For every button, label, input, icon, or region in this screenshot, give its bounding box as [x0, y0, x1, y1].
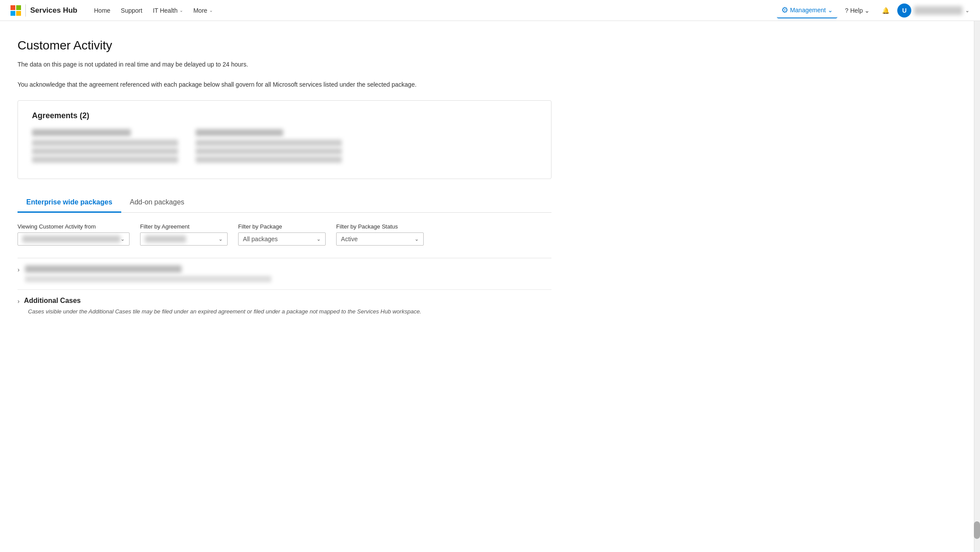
- notifications-btn[interactable]: 🔔: [878, 4, 894, 17]
- filter-package-label: Filter by Package: [238, 223, 326, 230]
- user-name-blurred: User Name: [914, 6, 962, 15]
- management-chevron: ⌄: [828, 7, 833, 14]
- page-desc1: The data on this page is not updated in …: [18, 60, 551, 69]
- nav-more[interactable]: More ⌄: [189, 4, 217, 17]
- gear-icon: ⚙: [781, 5, 788, 15]
- filter-agreement: Filter by Agreement XXXXXXXXXX ⌄: [140, 223, 228, 246]
- nav-ithealth[interactable]: IT Health ⌄: [148, 4, 187, 17]
- svg-rect-0: [11, 5, 15, 10]
- agreements-title: Agreements (2): [32, 111, 537, 120]
- help-chevron: ⌄: [864, 7, 870, 14]
- additional-cases-header: › Additional Cases: [18, 297, 551, 305]
- agreement-item-2: Customer Premier XXXXXXXX Service Order:…: [196, 129, 342, 165]
- tab-enterprise[interactable]: Enterprise wide packages: [18, 193, 121, 213]
- filter-package-chevron: ⌄: [316, 236, 321, 242]
- logo-area: Services Hub: [11, 4, 77, 17]
- additional-cases-title: Additional Cases: [24, 297, 81, 305]
- package-row-1: › Xxxxxxxxxx Xxxxxxxx Xxxxxxxxxxx Xxxxxx…: [18, 258, 551, 290]
- filter-activity-select[interactable]: XXXXXXXXXXXXXXXXXXXXXXXX ⌄: [18, 232, 130, 246]
- agreement-detail-1b: Effective Date: XX/XX/XXXX: [32, 148, 178, 155]
- tab-addon[interactable]: Add-on packages: [121, 193, 193, 213]
- agreement-detail-2c: Expiry Date: XX/XX/XXXX: [196, 156, 342, 163]
- filter-package: Filter by Package All packages ⌄: [238, 223, 326, 246]
- nav-divider: [25, 4, 26, 17]
- filter-status-value: Active: [341, 236, 358, 243]
- filter-agreement-chevron: ⌄: [218, 236, 223, 242]
- filter-activity-label: Viewing Customer Activity from: [18, 223, 130, 230]
- agreements-card: Agreements (2) Agreement XXXXXXXXXXXXXXX…: [18, 100, 551, 179]
- svg-rect-3: [16, 11, 21, 16]
- filter-agreement-value: XXXXXXXXXX: [145, 236, 186, 243]
- nav-support[interactable]: Support: [116, 4, 147, 17]
- more-chevron: ⌄: [209, 8, 213, 13]
- agreement-detail-2b: Effective Date: XX/XX/XXXX: [196, 148, 342, 155]
- filter-package-value: All packages: [243, 236, 277, 243]
- help-icon: ?: [845, 7, 849, 14]
- filter-agreement-select[interactable]: XXXXXXXXXX ⌄: [140, 232, 228, 246]
- navbar: Services Hub Home Support IT Health ⌄ Mo…: [0, 0, 980, 21]
- agreement-detail-1a: Service Order: XXXXXXXXXX XXXXXXXXXXXXXX…: [32, 140, 178, 146]
- nav-links: Home Support IT Health ⌄ More ⌄: [90, 4, 217, 17]
- agreement-name-1: Agreement XXXXXXXXXXXXXXXX: [32, 129, 131, 136]
- filter-status: Filter by Package Status Active ⌄: [336, 223, 424, 246]
- ithealth-chevron: ⌄: [179, 8, 183, 13]
- management-btn[interactable]: ⚙ Management ⌄: [777, 3, 837, 18]
- user-dropdown-chevron: ⌄: [965, 7, 969, 14]
- package-section: › Xxxxxxxxxx Xxxxxxxx Xxxxxxxxxxx Xxxxxx…: [18, 258, 551, 322]
- agreement-detail-2a: Service Order: XXXXXXXXXX XXXXXXXXXXXXXX…: [196, 140, 342, 146]
- filter-package-select[interactable]: All packages ⌄: [238, 232, 326, 246]
- package-info-1: Xxxxxxxxxx Xxxxxxxx Xxxxxxxxxxx Xxxxxxxx…: [25, 265, 551, 282]
- additional-cases-expand[interactable]: ›: [18, 298, 20, 305]
- svg-rect-1: [16, 5, 21, 10]
- nav-home[interactable]: Home: [90, 4, 115, 17]
- additional-cases: › Additional Cases Cases visible under t…: [18, 290, 551, 322]
- agreement-name-2: Customer Premier XXXXXXXX: [196, 129, 283, 136]
- svg-rect-2: [11, 11, 15, 16]
- package-meta-1: Xxx Xxxx: XXXXXXX · XX Xxx Xxxx: XXXXXXX…: [25, 276, 272, 282]
- filter-status-chevron: ⌄: [414, 236, 419, 242]
- expand-icon-1[interactable]: ›: [18, 266, 20, 273]
- filter-activity-value: XXXXXXXXXXXXXXXXXXXXXXXX: [22, 236, 120, 243]
- filter-activity-from: Viewing Customer Activity from XXXXXXXXX…: [18, 223, 130, 246]
- filter-activity-chevron: ⌄: [120, 236, 125, 242]
- nav-right: ⚙ Management ⌄ ? Help ⌄ 🔔 U User Name ⌄: [777, 3, 969, 18]
- package-tabs: Enterprise wide packages Add-on packages: [18, 193, 551, 213]
- additional-cases-desc: Cases visible under the Additional Cases…: [18, 308, 551, 315]
- agreement-item-1: Agreement XXXXXXXXXXXXXXXX Service Order…: [32, 129, 178, 165]
- main-content: Customer Activity The data on this page …: [0, 21, 569, 348]
- filter-agreement-label: Filter by Agreement: [140, 223, 228, 230]
- page-title: Customer Activity: [18, 39, 551, 53]
- bell-icon: 🔔: [882, 7, 889, 14]
- help-btn[interactable]: ? Help ⌄: [841, 4, 875, 17]
- package-name-1: Xxxxxxxxxx Xxxxxxxx Xxxxxxxxxxx Xxxxxxxx…: [25, 265, 182, 273]
- filter-status-label: Filter by Package Status: [336, 223, 424, 230]
- agreements-grid: Agreement XXXXXXXXXXXXXXXX Service Order…: [32, 129, 537, 165]
- avatar: U: [897, 4, 911, 18]
- filters-row: Viewing Customer Activity from XXXXXXXXX…: [18, 223, 551, 246]
- scrollbar[interactable]: [974, 0, 980, 348]
- nav-brand: Services Hub: [30, 6, 77, 15]
- agreement-detail-1c: Expiry Date: XX/XX/XXXX: [32, 156, 178, 163]
- filter-status-select[interactable]: Active ⌄: [336, 232, 424, 246]
- microsoft-logo: [11, 5, 21, 16]
- page-desc2: You acknowledge that the agreement refer…: [18, 80, 551, 89]
- user-avatar-area[interactable]: U User Name ⌄: [897, 4, 969, 18]
